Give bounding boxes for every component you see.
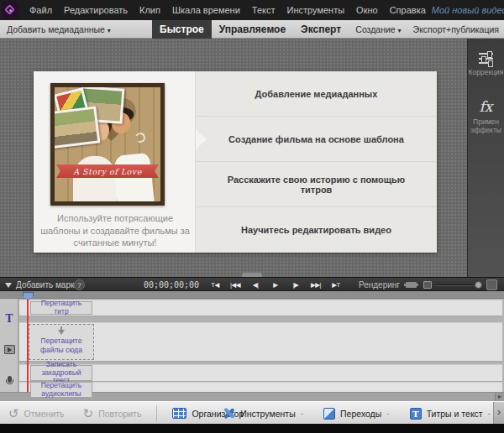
redo-icon: ↻: [83, 407, 94, 420]
menu-clip[interactable]: Клип: [134, 0, 166, 20]
chevron-down-icon: ▾: [108, 22, 111, 40]
sidebar-item-effects[interactable]: fx Примен эффекты: [468, 100, 504, 134]
chevron-down-icon: -: [488, 409, 491, 418]
welcome-menu-list: Добавление медиаданных Создание фильма н…: [196, 71, 437, 253]
more-actions-button[interactable]: ›: [493, 402, 504, 425]
edit-mode-tabs: Быстрое Управляемое Эксперт: [152, 20, 349, 39]
menu-file[interactable]: Файл: [24, 0, 58, 20]
logo-dot-icon: [9, 9, 12, 12]
divider: [156, 405, 157, 422]
undo-button[interactable]: ↺ Отменить: [8, 407, 65, 420]
timeline-zoom-slider[interactable]: [435, 284, 479, 286]
mode-bar: Добавить медиаданные ▾ Быстрое Управляем…: [0, 20, 504, 39]
preview-workspace: A Story of Love Используйте потрясающие …: [0, 39, 504, 277]
zoom-slider-knob[interactable]: [475, 281, 482, 289]
organizer-grid-icon: [172, 408, 186, 419]
drop-arrow-icon: [58, 330, 65, 335]
jump-end-button[interactable]: ▶Т: [326, 278, 346, 292]
premiere-elements-window: Файл Редактировать Клип Шкала времени Те…: [0, 0, 504, 433]
titles-icon: T: [410, 408, 422, 420]
rendering-label: Рендеринг: [359, 278, 400, 292]
welcome-item-titles-story[interactable]: Расскажите свою историю с помощью титров: [196, 162, 437, 207]
tools-button[interactable]: Инструменты -: [223, 407, 303, 420]
chevron-down-icon: -: [386, 409, 389, 418]
chevron-down-icon: -: [301, 409, 303, 418]
welcome-item-add-media[interactable]: Добавление медиаданных: [196, 71, 437, 117]
action-bar: ↺ Отменить ↻ Повторить Организатор Инстр…: [0, 401, 504, 424]
welcome-caption: Используйте потрясающие шаблоны и создав…: [40, 212, 190, 249]
zoom-out-icon[interactable]: [406, 282, 417, 288]
add-media-dropdown[interactable]: Добавить медиаданные ▾: [7, 20, 111, 40]
window-bottom-edge: [0, 424, 504, 433]
fx-icon: fx: [480, 100, 493, 114]
record-narration-button[interactable]: Записать закадровый текст: [30, 365, 92, 381]
jump-start-button[interactable]: Т◀: [205, 278, 225, 292]
add-marker-button[interactable]: Добавить маркер: [5, 278, 84, 292]
tools-icon: [223, 407, 235, 420]
welcome-card: A Story of Love Используйте потрясающие …: [34, 71, 437, 253]
template-preview-image: A Story of Love: [50, 83, 165, 206]
drag-audio-button[interactable]: Перетащить аудиоклипы: [30, 382, 92, 398]
selected-item-pointer-icon: [196, 129, 207, 149]
chevron-down-icon: ▾: [398, 27, 402, 34]
microphone-icon: [0, 376, 18, 383]
titles-text-button[interactable]: T Титры и текст -: [410, 408, 491, 420]
polaroid-photo: [50, 107, 100, 149]
timecode-display[interactable]: 00;00;00;00: [141, 278, 202, 292]
drag-title-button[interactable]: Перетащить титр: [30, 301, 92, 315]
sidebar-item-label: Коррекция: [469, 68, 504, 76]
undo-icon: ↺: [8, 407, 19, 420]
tab-expert[interactable]: Эксперт: [293, 20, 349, 39]
zoom-fit-icon[interactable]: [423, 281, 432, 289]
timeline-toolbar: Добавить маркер ? 00;00;00;00 Т◀ |◀◀ ◀| …: [0, 277, 504, 291]
track-header-column: Т: [0, 299, 18, 392]
menu-help[interactable]: Справка: [384, 0, 432, 20]
timeline-ruler[interactable]: [0, 291, 504, 299]
transport-controls: Т◀ |◀◀ ◀| ▶ |▶ ▶▶| ▶Т: [205, 278, 346, 292]
media-dropzone[interactable]: Перетащите файлы сюда: [29, 324, 94, 360]
menu-window[interactable]: Окно: [350, 0, 384, 20]
scroll-right-arrow[interactable]: ▸: [495, 393, 504, 401]
export-publish-button[interactable]: Экспорт+публикация: [413, 24, 499, 34]
menu-edit[interactable]: Редактировать: [58, 0, 134, 20]
app-logo-icon: [2, 2, 18, 18]
menu-timeline[interactable]: Шкала времени: [166, 0, 246, 20]
timeline-panel: Т Перетащить титр Перетащите файлы сюда …: [0, 291, 504, 401]
sidebar-item-adjust[interactable]: Коррекция: [468, 52, 504, 76]
welcome-card-left-panel: A Story of Love Используйте потрясающие …: [34, 71, 196, 253]
playhead-line[interactable]: [27, 299, 29, 392]
menu-text[interactable]: Текст: [246, 0, 281, 20]
menu-bar: Файл Редактировать Клип Шкала времени Те…: [0, 0, 504, 20]
step-forward-button[interactable]: |▶: [286, 278, 306, 292]
marker-icon: [5, 283, 12, 288]
ribbon-banner: A Story of Love: [56, 164, 159, 178]
effects-sidebar: Коррекция fx Примен эффекты: [467, 39, 504, 277]
tab-quick[interactable]: Быстрое: [152, 20, 212, 39]
step-back-button[interactable]: ◀|: [245, 278, 265, 292]
create-dropdown[interactable]: Создание ▾: [355, 24, 401, 34]
play-button[interactable]: ▶: [265, 278, 286, 292]
adjust-sliders-icon: [479, 52, 493, 65]
next-edit-button[interactable]: ▶▶|: [306, 278, 326, 292]
help-button[interactable]: ?: [74, 279, 85, 290]
zoom-in-button[interactable]: [486, 279, 497, 290]
welcome-item-learn-editing[interactable]: Научитесь редактировать видео: [196, 207, 437, 253]
text-track-icon: Т: [0, 310, 18, 326]
prev-edit-button[interactable]: |◀◀: [225, 278, 245, 292]
bride-dress: [73, 156, 117, 206]
transitions-icon: [323, 408, 335, 420]
menu-tools[interactable]: Инструменты: [281, 0, 351, 20]
video-track-icon: [0, 345, 18, 354]
transitions-button[interactable]: Переходы -: [323, 408, 390, 420]
redo-button[interactable]: ↻ Повторить: [83, 407, 142, 420]
project-title: Мой новый видеопро...: [432, 5, 504, 15]
groom-shirt: [113, 153, 155, 206]
tab-guided[interactable]: Управляемое: [212, 20, 293, 39]
sidebar-item-label: Примен эффекты: [470, 117, 503, 134]
welcome-item-movie-template[interactable]: Создание фильма на основе шаблона: [196, 117, 437, 162]
